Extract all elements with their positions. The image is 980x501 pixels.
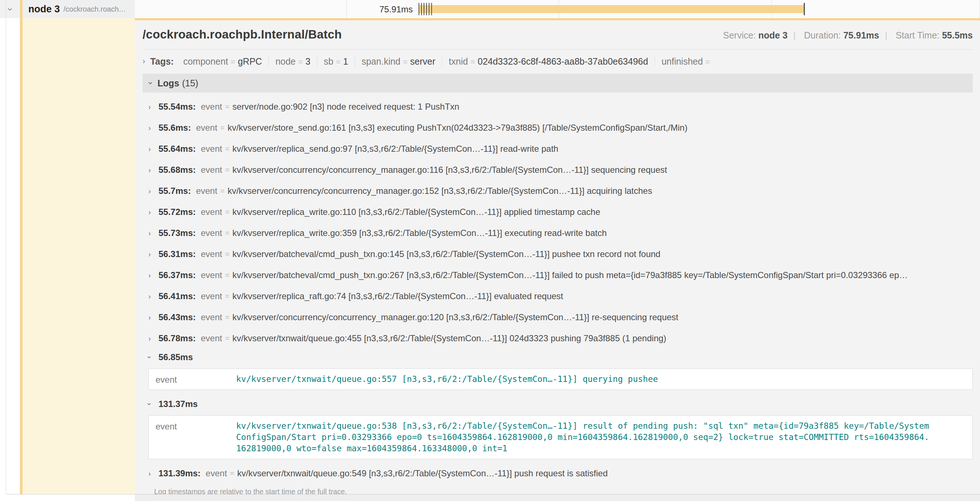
log-message: kv/kvserver/batcheval/cmd_push_txn.go:26… (232, 270, 908, 280)
log-field: event (196, 123, 217, 133)
chevron-right-icon: › (148, 123, 159, 132)
page-title: /cockroach.roachpb.Internal/Batch (143, 27, 342, 41)
equals-sign: = (220, 187, 224, 195)
chevron-right-icon: › (148, 313, 159, 322)
log-field: event (201, 291, 222, 302)
span-accent-bar (20, 0, 22, 494)
span-detail-panel: /cockroach.roachpb.Internal/Batch Servic… (135, 18, 980, 494)
span-name-label[interactable]: node 3 /cockroach.roach… (22, 0, 135, 18)
chevron-right-icon: › (148, 250, 159, 258)
log-timestamp: 131.37ms (159, 399, 198, 409)
span-timeline[interactable]: 75.91ms (135, 0, 980, 18)
log-entry[interactable]: › 55.64ms: event = kv/kvserver/replica_s… (148, 138, 973, 160)
equals-sign: = (225, 229, 229, 238)
equals-sign: = (225, 207, 229, 216)
log-message: server/node.go:902 [n3] node received re… (232, 102, 460, 112)
log-timestamp: 56.37ms: (159, 270, 196, 280)
equals-sign: = (225, 334, 229, 343)
chevron-right-icon: › (148, 102, 159, 111)
log-message: kv/kvserver/txnwait/queue.go:549 [n3,s3,… (237, 468, 608, 479)
gutter-divider (6, 0, 6, 494)
log-timestamp: 55.72ms: (159, 207, 196, 217)
log-fields-table: event kv/kvserver/txnwait/queue.go:538 [… (148, 415, 973, 459)
chevron-right-icon: › (148, 469, 159, 478)
log-field: event (201, 270, 222, 280)
log-timestamp: 56.78ms: (159, 333, 196, 343)
tags-section-toggle[interactable]: › Tags: component=gRPC node=3 sb=1 span.… (143, 55, 973, 68)
equals-sign: = (225, 102, 229, 111)
chevron-right-icon: › (148, 187, 159, 195)
chevron-right-icon: › (148, 166, 159, 174)
log-message: kv/kvserver/concurrency/concurrency_mana… (232, 165, 667, 175)
equals-sign: = (230, 469, 234, 478)
span-duration-label: 75.91ms (135, 4, 413, 14)
log-entry-expanded-header[interactable]: › 131.37ms (148, 396, 973, 412)
log-timestamp: 56.41ms: (159, 291, 196, 302)
logs-title: Logs (158, 78, 179, 89)
span-end-tick (804, 3, 805, 15)
log-timestamp: 55.54ms: (159, 102, 196, 112)
start-time-value: 55.5ms (942, 30, 973, 40)
logs-section: › Logs (15) › 55.54ms: event = server/no… (143, 74, 973, 494)
span-duration-bar[interactable] (419, 5, 805, 13)
log-timestamp: 55.68ms: (159, 165, 196, 175)
log-entry[interactable]: › 55.72ms: event = kv/kvserver/replica_w… (148, 201, 973, 223)
span-name-column (22, 18, 135, 494)
span-service-name: node 3 (28, 4, 60, 15)
log-field: event (201, 312, 222, 322)
chevron-down-icon: › (148, 353, 159, 362)
log-entry[interactable]: › 56.31ms: event = kv/kvserver/batcheval… (148, 244, 973, 265)
bottom-strip (135, 495, 980, 501)
chevron-down-icon: › (148, 400, 159, 408)
log-fields-table: event kv/kvserver/txnwait/queue.go:557 [… (148, 369, 973, 390)
log-field: event (206, 468, 227, 479)
log-entry[interactable]: › 55.73ms: event = kv/kvserver/replica_w… (148, 223, 973, 244)
log-message: kv/kvserver/concurrency/concurrency_mana… (232, 312, 679, 322)
header-divider (143, 49, 973, 50)
log-timestamp: 55.64ms: (159, 144, 196, 154)
log-timestamp: 56.43ms: (159, 312, 196, 322)
log-entry[interactable]: › 131.39ms: event = kv/kvserver/txnwait/… (148, 463, 973, 484)
log-entry[interactable]: › 56.37ms: event = kv/kvserver/batcheval… (148, 265, 973, 286)
chevron-right-icon: › (143, 57, 145, 66)
log-message: kv/kvserver/concurrency/concurrency_mana… (228, 186, 652, 196)
tag-item: txnid=024d3323-6c8f-4863-aa8b-37ab0e6349… (442, 56, 655, 67)
equals-sign: = (225, 292, 229, 301)
log-message: kv/kvserver/replica_write.go:110 [n3,s3,… (232, 207, 600, 217)
logs-footer-note: Log timestamps are relative to the start… (148, 488, 973, 494)
log-field: event (201, 207, 222, 217)
collapse-chevron-down-icon[interactable]: › (9, 4, 12, 15)
log-entry[interactable]: › 55.6ms: event = kv/kvserver/store_send… (148, 117, 973, 138)
chevron-down-icon: › (149, 78, 152, 88)
log-entry[interactable]: › 56.43ms: event = kv/kvserver/concurren… (148, 307, 973, 328)
equals-sign: = (225, 145, 229, 153)
tag-item: unfinished= (655, 56, 719, 67)
log-timestamp: 55.73ms: (159, 228, 196, 238)
duration-value: 75.91ms (843, 30, 879, 40)
equals-sign: = (225, 250, 229, 258)
log-timestamp: 131.39ms: (159, 468, 200, 479)
logs-count: (15) (182, 78, 198, 89)
log-entry[interactable]: › 56.41ms: event = kv/kvserver/replica_r… (148, 286, 973, 307)
chevron-right-icon: › (148, 334, 159, 343)
log-field: event (196, 186, 217, 196)
span-detail-header: /cockroach.roachpb.Internal/Batch Servic… (143, 27, 973, 41)
log-entry[interactable]: › 56.78ms: event = kv/kvserver/txnwait/q… (148, 328, 973, 349)
log-entry[interactable]: › 55.7ms: event = kv/kvserver/concurrenc… (148, 180, 973, 201)
log-field: event (149, 373, 236, 385)
log-field: event (201, 165, 222, 175)
log-timestamp: 55.6ms: (159, 123, 191, 133)
service-value: node 3 (758, 30, 788, 40)
log-message: kv/kvserver/store_send.go:161 [n3,s3] ex… (228, 123, 687, 133)
tag-item: sb=1 (317, 56, 355, 67)
logs-section-toggle[interactable]: › Logs (15) (143, 74, 973, 93)
equals-sign: = (225, 166, 229, 174)
tag-item: span.kind=server (355, 56, 442, 67)
log-field: event (201, 144, 222, 154)
log-entry[interactable]: › 55.54ms: event = server/node.go:902 [n… (148, 96, 973, 117)
bottom-strip (0, 495, 135, 501)
log-entry[interactable]: › 55.68ms: event = kv/kvserver/concurren… (148, 160, 973, 180)
tag-item: node=3 (269, 56, 317, 67)
logs-body: › 55.54ms: event = server/node.go:902 [n… (143, 93, 973, 494)
log-entry-expanded-header[interactable]: › 56.85ms (148, 349, 973, 365)
